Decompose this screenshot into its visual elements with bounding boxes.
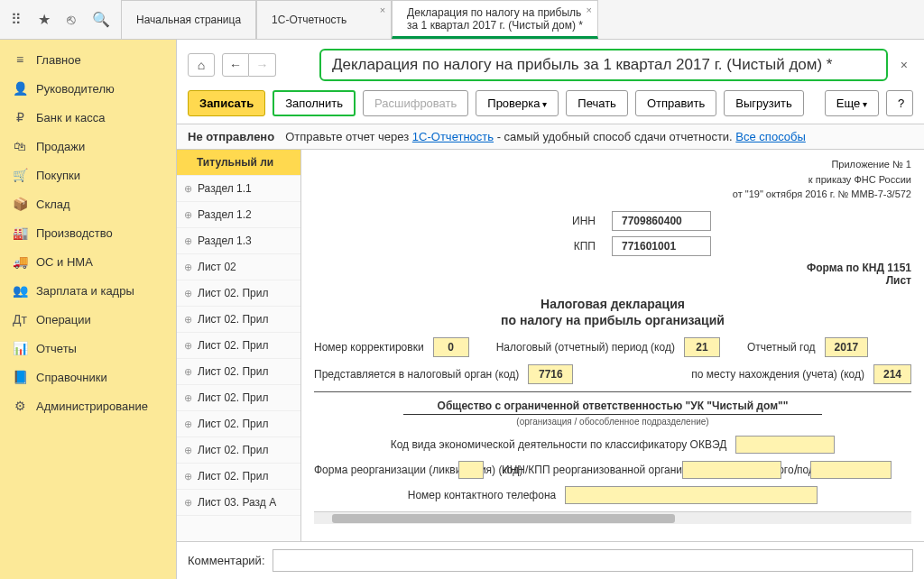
inn-label: ИНН [514,215,596,227]
sidebar: ≡Главное 👤Руководителю ₽Банк и касса 🛍Пр… [0,40,177,579]
reorg-kpp-field[interactable] [810,461,892,479]
section-item[interactable]: ⊕Раздел 1.1 [177,176,300,202]
sidebar-item-bank[interactable]: ₽Банк и касса [0,103,176,132]
correction-label: Номер корректировки [314,341,424,354]
link-1c[interactable]: 1С-Отчетность [412,130,494,143]
section-item[interactable]: ⊕Лист 02. Прил [177,464,300,490]
sidebar-item-purchase[interactable]: 🛒Покупки [0,161,176,189]
organ-field[interactable]: 7716 [528,364,573,384]
cart-icon: 🛒 [13,168,27,182]
org-name: Общество с ограниченной ответственностью… [314,400,911,412]
section-title[interactable]: Титульный ли [177,150,300,176]
sidebar-item-sales[interactable]: 🛍Продажи [0,132,176,161]
knd-label: Форма по КНД 1151 [314,262,911,274]
form-header: Приложение № 1 к приказу ФНС России от "… [314,157,911,202]
ruble-icon: ₽ [13,110,27,124]
horizontal-scrollbar[interactable] [314,511,911,524]
tab-declaration[interactable]: Декларация по налогу на прибыль за 1 ква… [392,0,598,39]
check-button[interactable]: Проверка [476,90,559,116]
declaration-title: Налоговая декларация по налогу на прибыл… [314,296,911,328]
send-button[interactable]: Отправить [635,90,716,116]
sidebar-item-references[interactable]: 📘Справочники [0,363,176,391]
sidebar-item-assets[interactable]: 🚚ОС и НМА [0,247,176,276]
box-icon: 📦 [13,197,27,211]
section-item[interactable]: ⊕Лист 03. Разд А [177,490,300,516]
period-label: Налоговый (отчетный) период (код) [496,341,675,354]
place-label: по месту нахождения (учета) (код) [691,368,864,381]
section-item[interactable]: ⊕Раздел 1.3 [177,228,300,254]
link-all[interactable]: Все способы [735,130,805,143]
sidebar-item-manager[interactable]: 👤Руководителю [0,74,176,103]
place-field[interactable]: 214 [873,364,911,384]
year-field[interactable]: 2017 [825,337,869,357]
expand-icon[interactable]: ⊕ [184,366,192,378]
sidebar-item-reports[interactable]: 📊Отчеты [0,334,176,363]
star-icon[interactable]: ★ [34,7,54,32]
section-item[interactable]: ⊕Лист 02. Прил [177,307,300,333]
more-button[interactable]: Еще [825,90,879,116]
section-item[interactable]: ⊕Раздел 1.2 [177,202,300,228]
expand-icon[interactable]: ⊕ [184,183,192,195]
close-icon[interactable]: × [587,5,592,15]
page-title: Декларация по налогу на прибыль за 1 ква… [319,49,888,81]
expand-icon[interactable]: ⊕ [184,471,192,482]
sidebar-item-salary[interactable]: 👥Зарплата и кадры [0,276,176,305]
okved-field[interactable] [735,436,835,454]
fill-button[interactable]: Заполнить [273,90,356,116]
expand-icon[interactable]: ⊕ [184,340,192,352]
kpp-field[interactable]: 771601001 [612,236,711,256]
close-button[interactable]: × [895,58,913,72]
section-item[interactable]: ⊕Лист 02 [177,254,300,280]
people-icon: 👥 [13,283,27,298]
apps-icon[interactable]: ⠿ [7,7,25,32]
slash: / [790,463,801,477]
tab-start[interactable]: Начальная страница [121,0,256,39]
tab-reporting[interactable]: 1С-Отчетность× [256,0,392,39]
expand-icon[interactable]: ⊕ [184,262,192,273]
search-icon[interactable]: 🔍 [88,7,114,32]
okved-label: Код вида экономической деятельности по к… [391,438,727,451]
factory-icon: 🏭 [13,225,27,240]
reorg-inn-field[interactable] [682,461,781,479]
expand-icon[interactable]: ⊕ [184,497,192,509]
expand-icon[interactable]: ⊕ [184,235,192,247]
gear-icon: ⚙ [13,399,27,413]
history-icon[interactable]: ⎋ [63,8,79,32]
sheet-label: Лист [314,274,911,287]
comment-input[interactable] [273,549,914,572]
reorg-code-field[interactable] [458,461,484,479]
expand-icon[interactable]: ⊕ [184,392,192,404]
phone-field[interactable] [565,486,818,504]
write-button[interactable]: Записать [188,90,265,116]
section-item[interactable]: ⊕Лист 02. Прил [177,385,300,411]
expand-icon[interactable]: ⊕ [184,314,192,326]
sidebar-item-operations[interactable]: ДтОперации [0,305,176,334]
sidebar-item-admin[interactable]: ⚙Администрирование [0,391,176,420]
period-field[interactable]: 21 [684,337,720,357]
close-icon[interactable]: × [380,5,385,15]
expand-icon[interactable]: ⊕ [184,418,192,430]
expand-icon[interactable]: ⊕ [184,209,192,221]
home-button[interactable]: ⌂ [188,53,215,77]
print-button[interactable]: Печать [566,90,628,116]
section-item[interactable]: ⊕Лист 02. Прил [177,333,300,359]
sidebar-item-warehouse[interactable]: 📦Склад [0,189,176,218]
correction-field[interactable]: 0 [433,337,469,357]
export-button[interactable]: Выгрузить [724,90,803,116]
decode-button[interactable]: Расшифровать [363,90,468,116]
comment-label: Комментарий: [188,554,265,567]
inn-field[interactable]: 7709860400 [612,211,711,231]
section-item[interactable]: ⊕Лист 02. Прил [177,359,300,385]
back-button[interactable]: ← [222,53,249,77]
form-area: Приложение № 1 к приказу ФНС России от "… [301,150,924,541]
sidebar-item-main[interactable]: ≡Главное [0,45,176,74]
sidebar-item-production[interactable]: 🏭Производство [0,218,176,247]
help-button[interactable]: ? [886,90,913,116]
expand-icon[interactable]: ⊕ [184,445,192,456]
section-item[interactable]: ⊕Лист 02. Прил [177,437,300,464]
chart-icon: 📊 [13,341,27,355]
forward-button[interactable]: → [249,53,276,77]
expand-icon[interactable]: ⊕ [184,288,192,299]
section-item[interactable]: ⊕Лист 02. Прил [177,280,300,307]
section-item[interactable]: ⊕Лист 02. Прил [177,411,300,437]
